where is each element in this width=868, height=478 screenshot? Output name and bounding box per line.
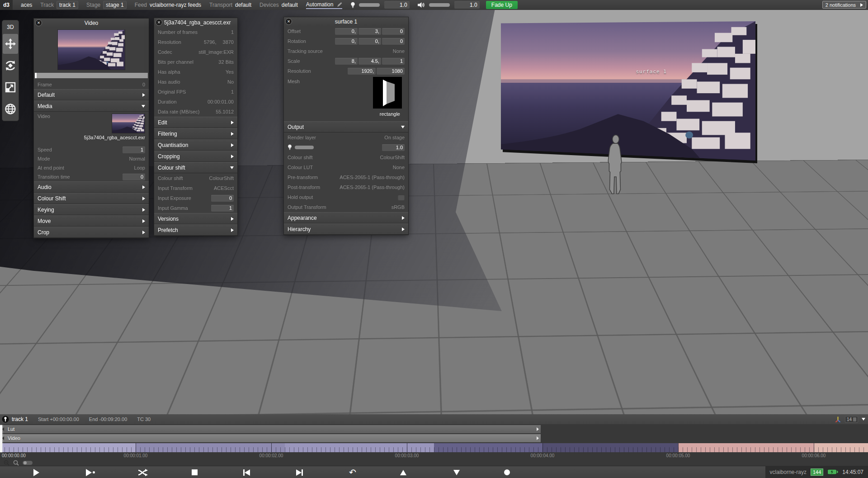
brightness-value-field[interactable]: 1.0 [384,1,410,9]
stage-value[interactable]: stage 1 [103,1,126,9]
panel-title-bar[interactable]: × Video [34,19,149,28]
playhead[interactable] [0,425,2,452]
play-button[interactable] [29,466,43,478]
speed-field[interactable]: 1 [123,147,145,153]
volume-value-field[interactable]: 1.0 [454,1,480,9]
scale-y-field[interactable]: 4.5, [359,58,381,65]
move-tool-button[interactable] [3,34,18,54]
menu-feed[interactable]: Feedvclaiborne-rayz feeds [135,2,201,8]
section-colour-shift[interactable]: Colour Shift [34,193,149,204]
section-move[interactable]: Move [34,215,149,227]
menu-track[interactable]: Tracktrack 1 [40,2,78,8]
output-transform-value[interactable]: sRGB [392,204,405,210]
section-cropping[interactable]: Cropping [154,151,237,162]
layer-row-video[interactable]: Video [0,434,541,442]
mode-value[interactable]: Normal [129,156,145,161]
feed-value[interactable]: vclaiborne-rayz feeds [150,2,201,8]
return-to-start-button[interactable]: ↶ [346,466,359,478]
input-exposure-field[interactable]: 0 [211,195,234,202]
layer-row-lut[interactable]: Lut [0,425,541,433]
zoom-in-icon[interactable] [13,460,19,466]
endpoint-value[interactable]: Loop [134,165,145,170]
close-icon[interactable]: × [285,18,292,25]
section-edit[interactable]: Edit [154,117,237,128]
app-logo[interactable]: d3 [0,0,13,10]
offset-y-field[interactable]: 3, [359,28,381,35]
colour-shift-value[interactable]: ColourShift [209,175,234,181]
scale-tool-button[interactable] [3,77,18,97]
timeline-ruler[interactable] [0,443,868,452]
view-mode-button[interactable]: 3D [7,21,14,33]
rotate-tool-button[interactable] [3,56,18,76]
notifications-button[interactable]: 2 notifications [822,1,866,9]
globe-tool-button[interactable] [3,99,18,119]
offset-z-field[interactable]: 0 [382,28,405,35]
render-layer-value[interactable]: On stage [384,135,405,140]
previous-track-button[interactable] [396,466,410,478]
rotation-y-field[interactable]: 0, [359,38,381,45]
panel-title-bar[interactable]: × surface 1 [284,17,408,26]
track-name[interactable]: track 1 [12,416,28,422]
input-gamma-field[interactable]: 1 [211,205,234,212]
section-output[interactable]: Output [284,121,408,133]
menu-transport[interactable]: Transportdefault [209,2,251,8]
section-crop[interactable]: Crop [34,227,149,238]
cue-button[interactable] [500,466,514,478]
stage-viewport[interactable]: surface 1 3D [0,10,868,414]
menu-stage[interactable]: Stagestage 1 [86,2,127,8]
transport-value[interactable]: default [235,2,251,8]
scale-z-field[interactable]: 1 [382,58,405,65]
transition-field[interactable]: 0 [123,174,145,180]
colour-lut-value[interactable]: None [393,165,405,170]
section-audio[interactable]: Audio [34,181,149,193]
tracking-source-value[interactable]: None [393,48,405,54]
mesh-name[interactable]: rectangle [380,111,400,117]
next-section-button[interactable] [292,466,306,478]
menu-devices[interactable]: Devicesdefault [259,2,298,8]
previous-section-button[interactable] [240,466,253,478]
video-preview-thumbnail[interactable] [57,29,125,70]
section-colour-shift[interactable]: Colour shift [154,162,237,173]
section-quantisation[interactable]: Quantisation [154,139,237,151]
pre-transform-value[interactable]: ACES-2065-1 (Pass-through) [340,175,405,180]
surface-brightness-field[interactable]: 1.0 [382,144,405,151]
volume-slider[interactable] [429,3,450,7]
surface-brightness-slider[interactable] [295,146,314,149]
close-icon[interactable]: × [156,19,162,26]
hold-output-checkbox[interactable] [398,194,405,200]
track-bar[interactable]: track 1 Start +00:00:00.00 End -00:09:20… [0,414,868,424]
post-transform-value[interactable]: ACES-2065-1 (Pass-through) [340,185,405,190]
section-versions[interactable]: Versions [154,213,237,224]
media-asset-thumbnail[interactable] [112,114,145,133]
brightness-slider[interactable] [359,3,380,7]
stop-button[interactable] [188,466,201,478]
frame-value[interactable]: 0 [142,82,145,87]
layer-end-arrow-icon[interactable] [537,436,539,440]
beat-field[interactable]: 14 [845,416,858,423]
section-default[interactable]: Default [34,89,149,100]
input-transform-value[interactable]: ACEScct [214,185,234,191]
stage-screen-surface[interactable]: surface 1 [501,21,755,161]
play-to-next-button[interactable] [84,466,97,478]
resolution-h-field[interactable]: 1080 [377,68,405,75]
rotation-x-field[interactable]: 0, [335,38,358,45]
mesh-thumbnail[interactable] [373,77,402,109]
menu-automation[interactable]: Automation [306,1,342,9]
frame-scrub-bar[interactable] [35,73,148,78]
colour-shift-value[interactable]: ColourShift [380,155,405,160]
section-appearance[interactable]: Appearance [284,212,408,223]
scale-x-field[interactable]: 8, [335,58,358,65]
next-track-button[interactable] [450,466,463,478]
fade-up-button[interactable]: Fade Up [486,1,518,9]
menu-aces[interactable]: aces [21,2,32,8]
zoom-slider[interactable] [23,461,33,465]
offset-x-field[interactable]: 0, [335,28,358,35]
close-icon[interactable]: × [35,19,42,26]
rotation-z-field[interactable]: 0 [382,38,405,45]
section-hierarchy[interactable]: Hierarchy [284,223,408,235]
section-keying[interactable]: Keying [34,204,149,215]
layer-end-arrow-icon[interactable] [537,427,539,431]
zoom-out-icon[interactable] [4,460,9,466]
section-filtering[interactable]: Filtering [154,128,237,139]
collapse-timeline-icon[interactable] [862,418,865,421]
